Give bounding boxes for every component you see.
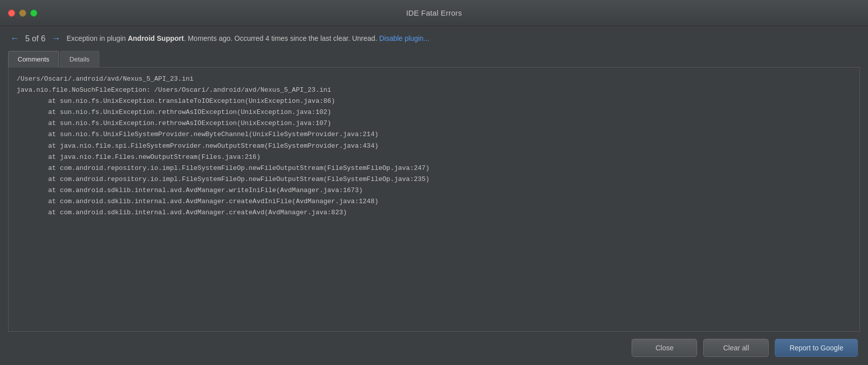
next-error-button[interactable]: → <box>49 32 63 45</box>
error-line: at sun.nio.fs.UnixFileSystemProvider.new… <box>17 129 851 140</box>
nav-bar: ← 5 of 6 → Exception in plugin Android S… <box>8 32 860 45</box>
report-to-google-button[interactable]: Report to Google <box>775 339 858 357</box>
main-content: ← 5 of 6 → Exception in plugin Android S… <box>0 26 868 365</box>
error-suffix: . Moments ago. Occurred 4 times since th… <box>184 34 378 42</box>
error-line: at com.android.sdklib.internal.avd.AvdMa… <box>17 207 851 218</box>
tab-details[interactable]: Details <box>60 51 99 67</box>
clear-all-button[interactable]: Clear all <box>703 339 769 357</box>
error-counter: 5 of 6 <box>25 34 45 43</box>
error-line: at com.android.sdklib.internal.avd.AvdMa… <box>17 185 851 196</box>
error-line: at java.nio.file.Files.newOutputStream(F… <box>17 152 851 163</box>
bottom-bar: Close Clear all Report to Google <box>8 332 860 359</box>
error-line: at sun.nio.fs.UnixException.translateToI… <box>17 96 851 107</box>
error-line: at com.android.repository.io.impl.FileSy… <box>17 174 851 185</box>
error-line: at sun.nio.fs.UnixException.rethrowAsIOE… <box>17 107 851 118</box>
disable-plugin-link[interactable]: Disable plugin... <box>379 34 429 42</box>
error-line: at com.android.sdklib.internal.avd.AvdMa… <box>17 196 851 207</box>
window-controls <box>8 10 37 17</box>
tabs-container: Comments Details <box>8 51 860 68</box>
title-bar: IDE Fatal Errors <box>0 0 868 26</box>
plugin-name: Android Support <box>128 34 183 42</box>
error-line: at java.nio.file.spi.FileSystemProvider.… <box>17 141 851 152</box>
error-description: Exception in plugin Android Support. Mom… <box>67 33 860 44</box>
error-line: java.nio.file.NoSuchFileException: /User… <box>17 85 851 96</box>
tab-comments[interactable]: Comments <box>8 51 59 68</box>
window-title: IDE Fatal Errors <box>406 9 462 17</box>
maximize-window-button[interactable] <box>30 10 37 17</box>
prev-error-button[interactable]: ← <box>8 32 21 45</box>
error-line: /Users/Oscari/.android/avd/Nexus_5_API_2… <box>17 74 851 85</box>
close-window-button[interactable] <box>8 10 15 17</box>
minimize-window-button[interactable] <box>19 10 26 17</box>
error-content-area[interactable]: /Users/Oscari/.android/avd/Nexus_5_API_2… <box>8 68 860 332</box>
close-button[interactable]: Close <box>632 339 697 357</box>
error-line: at sun.nio.fs.UnixException.rethrowAsIOE… <box>17 118 851 129</box>
error-line: at com.android.repository.io.impl.FileSy… <box>17 163 851 174</box>
